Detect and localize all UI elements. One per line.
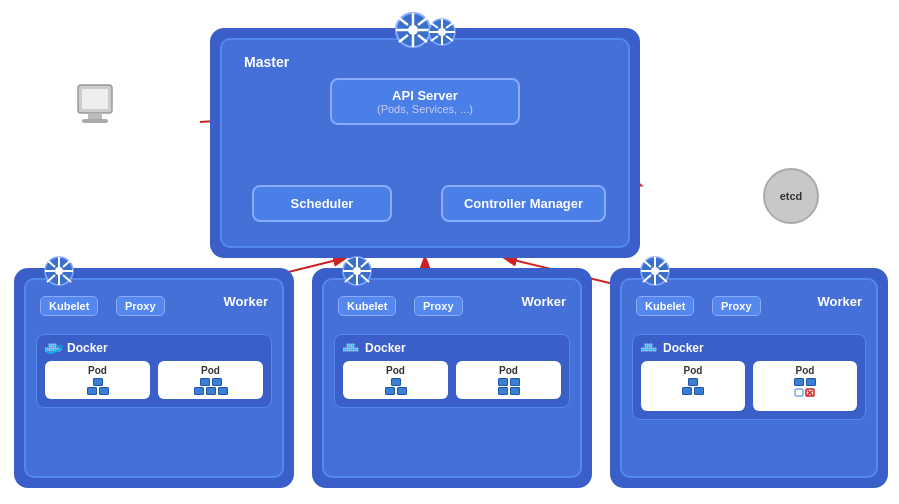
scheduler-box: Scheduler: [252, 185, 392, 222]
worker2-docker-box: Docker Pod Pod: [334, 334, 570, 408]
worker1-pod1: Pod: [45, 361, 150, 399]
worker3-docker-label: Docker: [641, 341, 857, 355]
svg-rect-33: [49, 348, 52, 351]
svg-rect-49: [343, 348, 346, 351]
svg-rect-68: [645, 344, 648, 347]
worker2-pod1: Pod: [343, 361, 448, 399]
master-inner: Master API Server (Pods, Services, ...) …: [220, 38, 630, 248]
worker2-docker-label: Docker: [343, 341, 561, 355]
diagram-container: Master API Server (Pods, Services, ...) …: [0, 0, 899, 504]
worker3-docker-box: Docker Pod Pod: [632, 334, 866, 420]
svg-point-56: [353, 267, 361, 275]
master-label: Master: [244, 54, 289, 70]
k8s-icon-worker1: [44, 256, 74, 290]
svg-point-76: [651, 267, 659, 275]
worker1-pods: Pod Pod: [45, 361, 263, 399]
worker1-inner: Worker Kubelet Proxy Docker Pod: [24, 278, 284, 478]
controller-manager-box: Controller Manager: [441, 185, 606, 222]
api-server-box: API Server (Pods, Services, ...): [330, 78, 520, 125]
svg-point-40: [55, 267, 63, 275]
worker1-pod2-containers: [164, 378, 257, 395]
k8s-icon-worker3: [640, 256, 670, 290]
etcd-box: etcd: [763, 168, 819, 224]
worker2-pods: Pod Pod: [343, 361, 561, 399]
svg-rect-53: [351, 344, 354, 347]
svg-point-23: [438, 28, 446, 36]
worker1-pod1-containers: [51, 378, 144, 395]
master-node: Master API Server (Pods, Services, ...) …: [210, 28, 640, 258]
worker1-docker-label: Docker: [45, 341, 263, 355]
worker1-proxy: Proxy: [116, 296, 165, 316]
worker3-pod1: Pod: [641, 361, 745, 411]
svg-rect-10: [88, 113, 102, 119]
worker-node-1: Worker Kubelet Proxy Docker Pod: [14, 268, 294, 488]
worker3-label: Worker: [817, 294, 862, 309]
worker1-pod2: Pod: [158, 361, 263, 399]
worker1-label: Worker: [223, 294, 268, 309]
worker2-proxy: Proxy: [414, 296, 463, 316]
external-client: [60, 80, 130, 160]
svg-point-13: [408, 25, 418, 35]
svg-rect-65: [641, 348, 644, 351]
worker1-kubelet: Kubelet: [40, 296, 98, 316]
worker-node-2: Worker Kubelet Proxy Docker Pod: [312, 268, 592, 488]
worker3-proxy: Proxy: [712, 296, 761, 316]
worker1-docker-box: Docker Pod Pod: [36, 334, 272, 408]
worker2-pod2: Pod: [456, 361, 561, 399]
svg-rect-70: [653, 348, 656, 351]
worker3-inner: Worker Kubelet Proxy Docker Pod: [620, 278, 878, 478]
controller-manager-label: Controller Manager: [464, 196, 583, 211]
k8s-icon-worker2: [342, 256, 372, 290]
svg-rect-69: [649, 344, 652, 347]
svg-rect-67: [649, 348, 652, 351]
svg-rect-51: [351, 348, 354, 351]
api-server-sub: (Pods, Services, ...): [342, 103, 508, 115]
worker3-pod2-broken: Pod: [753, 361, 857, 411]
svg-rect-50: [347, 348, 350, 351]
svg-rect-52: [347, 344, 350, 347]
svg-rect-11: [82, 119, 108, 123]
worker2-label: Worker: [521, 294, 566, 309]
svg-rect-71: [795, 389, 803, 396]
worker3-pods: Pod Pod: [641, 361, 857, 411]
k8s-icon-master: [395, 12, 431, 48]
worker-node-3: Worker Kubelet Proxy Docker Pod: [610, 268, 888, 488]
svg-rect-36: [53, 344, 56, 347]
svg-rect-66: [645, 348, 648, 351]
worker2-inner: Worker Kubelet Proxy Docker Pod: [322, 278, 582, 478]
worker3-kubelet: Kubelet: [636, 296, 694, 316]
api-server-label: API Server: [342, 88, 508, 103]
etcd-label: etcd: [780, 190, 803, 202]
svg-rect-35: [49, 344, 52, 347]
svg-rect-9: [82, 89, 108, 109]
k8s-icon-master-small: [428, 18, 456, 50]
svg-rect-54: [355, 348, 358, 351]
svg-point-38: [58, 346, 63, 349]
scheduler-label: Scheduler: [291, 196, 354, 211]
worker2-kubelet: Kubelet: [338, 296, 396, 316]
